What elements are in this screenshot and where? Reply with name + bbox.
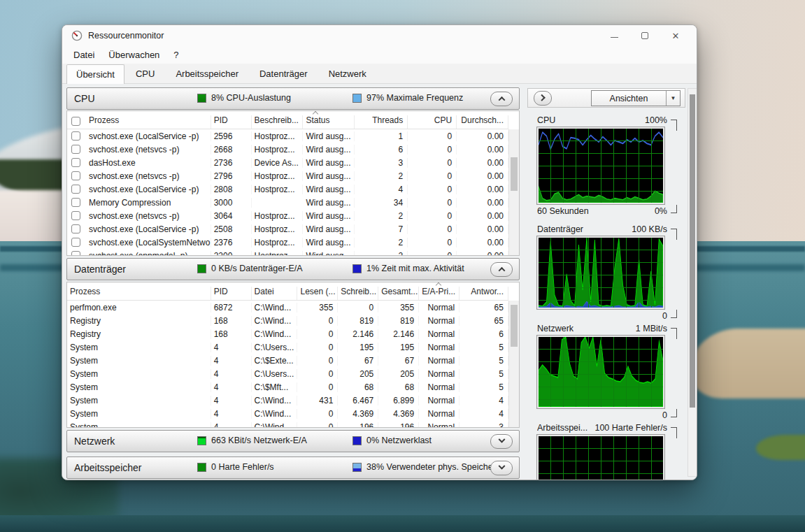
table-cell: 0 bbox=[408, 171, 457, 181]
tab-arbeitsspeicher[interactable]: Arbeitsspeicher bbox=[166, 64, 248, 83]
scrollbar-thumb[interactable] bbox=[511, 157, 518, 191]
panel-scrollbar[interactable] bbox=[688, 88, 697, 477]
table-cell: 0.00 bbox=[457, 171, 508, 181]
row-checkbox[interactable] bbox=[71, 211, 80, 220]
table-cell: Registry bbox=[67, 329, 211, 339]
tab-uebersicht[interactable]: Übersicht bbox=[66, 64, 124, 84]
cpu-section-header[interactable]: CPU 8% CPU-Auslastung 97% Maximale Frequ… bbox=[66, 87, 520, 110]
column-header[interactable]: CPU bbox=[408, 115, 457, 129]
column-header[interactable]: E/A-Pri... bbox=[419, 287, 460, 300]
titlebar[interactable]: Ressourcenmonitor ✕ bbox=[62, 25, 697, 46]
table-row[interactable]: System4C:\Wind...4316.4676.899Normal4 bbox=[67, 394, 508, 407]
table-row[interactable]: perfmon.exe6872C:\Wind...3550355Normal65 bbox=[67, 301, 508, 314]
table-row[interactable]: System4C:\Users...0195195Normal5 bbox=[67, 340, 508, 354]
table-row[interactable]: svchost.exe (LocalService -p)2808Hostpro… bbox=[67, 182, 508, 196]
cpu-collapse-button[interactable] bbox=[490, 92, 513, 106]
column-header[interactable]: Status bbox=[303, 115, 355, 129]
table-cell: 65 bbox=[460, 316, 508, 326]
scrollbar-thumb[interactable] bbox=[511, 305, 518, 347]
network-section-header[interactable]: Netzwerk 663 KBit/s Netzwerk-E/A 0% Netz… bbox=[66, 430, 520, 452]
column-header[interactable]: PID bbox=[211, 115, 252, 129]
row-checkbox[interactable] bbox=[71, 198, 80, 207]
row-checkbox[interactable] bbox=[71, 224, 80, 233]
tab-datentraeger[interactable]: Datenträger bbox=[250, 64, 318, 83]
memory-section-header[interactable]: Arbeitsspeicher 0 Harte Fehler/s 38% Ver… bbox=[66, 456, 520, 479]
tab-cpu[interactable]: CPU bbox=[126, 64, 164, 83]
table-cell: Hostproz... bbox=[252, 145, 304, 154]
column-header[interactable]: Prozess bbox=[86, 115, 211, 129]
table-row[interactable]: svchost.exe (LocalSystemNetwo...2376Host… bbox=[67, 236, 508, 249]
network-graph bbox=[537, 336, 664, 408]
table-row[interactable]: svchost.exe (netsvcs -p)2668Hostproz...W… bbox=[67, 143, 508, 156]
table-cell: Normal bbox=[419, 369, 460, 379]
table-cell: 819 bbox=[378, 316, 419, 326]
cpu-frequency-label: 97% Maximale Frequenz bbox=[366, 93, 463, 103]
views-button[interactable]: Ansichten ▼ bbox=[591, 90, 681, 106]
row-checkbox[interactable] bbox=[71, 238, 80, 247]
column-header[interactable]: Schreib... bbox=[338, 287, 378, 300]
maximize-button[interactable] bbox=[629, 25, 660, 46]
disk-graph-scale: 100 KB/s bbox=[632, 224, 667, 234]
table-row[interactable]: System4C:\Users...0205205Normal5 bbox=[67, 367, 508, 380]
column-header[interactable]: Durchsch... bbox=[457, 115, 508, 129]
table-row[interactable]: System4C:\$Exte...06767Normal5 bbox=[67, 354, 508, 367]
row-checkbox[interactable] bbox=[71, 145, 80, 154]
table-cell: 4 bbox=[211, 369, 252, 379]
table-row[interactable]: System4C:\Wind...0196196Normal3 bbox=[67, 420, 508, 427]
table-row[interactable]: svchost.exe (netsvcs -p)3064Hostproz...W… bbox=[67, 209, 508, 222]
table-row[interactable]: Registry168C:\Wind...02.1462.146Normal6 bbox=[67, 327, 508, 340]
table-cell: 0.00 bbox=[457, 131, 508, 141]
table-cell: perfmon.exe bbox=[67, 303, 211, 312]
table-row[interactable]: System4C:\Wind...04.3694.369Normal4 bbox=[67, 407, 508, 420]
table-row[interactable]: svchost.exe (LocalService -p)2508Hostpro… bbox=[67, 222, 508, 236]
table-cell: 819 bbox=[338, 316, 378, 326]
table-cell: Wird ausg... bbox=[303, 171, 355, 181]
expand-panel-button[interactable] bbox=[534, 91, 552, 106]
table-cell: 4.369 bbox=[338, 409, 378, 419]
table-row[interactable]: dasHost.exe2736Device As...Wird ausg...3… bbox=[67, 156, 508, 169]
column-header[interactable]: Antwor... bbox=[460, 287, 508, 300]
network-graph-block: Netzwerk1 MBit/s 0 bbox=[527, 322, 685, 422]
disk-collapse-button[interactable] bbox=[490, 262, 513, 277]
table-row[interactable]: svchost.exe (appmodel -p)2200Hostproz...… bbox=[67, 249, 508, 255]
network-expand-button[interactable] bbox=[490, 434, 513, 449]
menu-help[interactable]: ? bbox=[166, 48, 185, 62]
column-header[interactable]: Prozess bbox=[67, 287, 211, 300]
memory-expand-button[interactable] bbox=[490, 461, 513, 475]
table-row[interactable]: svchost.exe (netsvcs -p)2796Hostproz...W… bbox=[67, 169, 508, 182]
column-header[interactable]: Lesen (... bbox=[297, 287, 338, 300]
menu-ueberwachen[interactable]: Überwachen bbox=[101, 48, 166, 62]
menu-datei[interactable]: Datei bbox=[66, 48, 101, 62]
row-checkbox[interactable] bbox=[71, 185, 80, 194]
column-header[interactable]: Threads bbox=[355, 115, 408, 129]
tab-netzwerk[interactable]: Netzwerk bbox=[319, 64, 376, 83]
table-row[interactable]: Memory Compression3000Wird ausg...3400.0… bbox=[67, 196, 508, 209]
minimize-button[interactable] bbox=[599, 25, 629, 46]
disk-table-scrollbar[interactable] bbox=[508, 301, 519, 427]
column-header[interactable]: PID bbox=[211, 287, 252, 300]
table-row[interactable]: Registry168C:\Wind...0819819Normal65 bbox=[67, 314, 508, 327]
column-header[interactable]: Beschreib... bbox=[252, 115, 304, 129]
table-row[interactable]: svchost.exe (LocalService -p)2596Hostpro… bbox=[67, 129, 508, 143]
views-dropdown-arrow[interactable]: ▼ bbox=[666, 91, 680, 106]
table-row[interactable]: System4C:\$Mft...06868Normal5 bbox=[67, 380, 508, 394]
table-cell: Wird ausg... bbox=[303, 185, 355, 194]
table-cell: svchost.exe (LocalService -p) bbox=[86, 224, 211, 234]
row-checkbox[interactable] bbox=[71, 171, 80, 180]
table-cell: 0.00 bbox=[457, 251, 508, 256]
scrollbar-thumb[interactable] bbox=[690, 94, 695, 408]
disk-section-header[interactable]: Datenträger 0 KB/s Datenträger-E/A 1% Ze… bbox=[66, 258, 520, 280]
table-cell: 0.00 bbox=[457, 224, 508, 234]
row-checkbox[interactable] bbox=[71, 131, 80, 141]
table-cell: 0 bbox=[297, 409, 338, 419]
column-header[interactable]: Datei bbox=[252, 287, 298, 300]
cpu-table-scrollbar[interactable] bbox=[508, 129, 519, 255]
close-button[interactable]: ✕ bbox=[660, 25, 691, 46]
column-header[interactable]: Gesamt... bbox=[378, 287, 419, 300]
select-all-checkbox[interactable] bbox=[71, 117, 80, 126]
row-checkbox[interactable] bbox=[71, 251, 80, 255]
table-cell: 4 bbox=[211, 409, 252, 419]
network-io-label: 663 KBit/s Netzwerk-E/A bbox=[211, 436, 307, 445]
table-cell: 2 bbox=[355, 238, 408, 247]
row-checkbox[interactable] bbox=[71, 158, 80, 167]
